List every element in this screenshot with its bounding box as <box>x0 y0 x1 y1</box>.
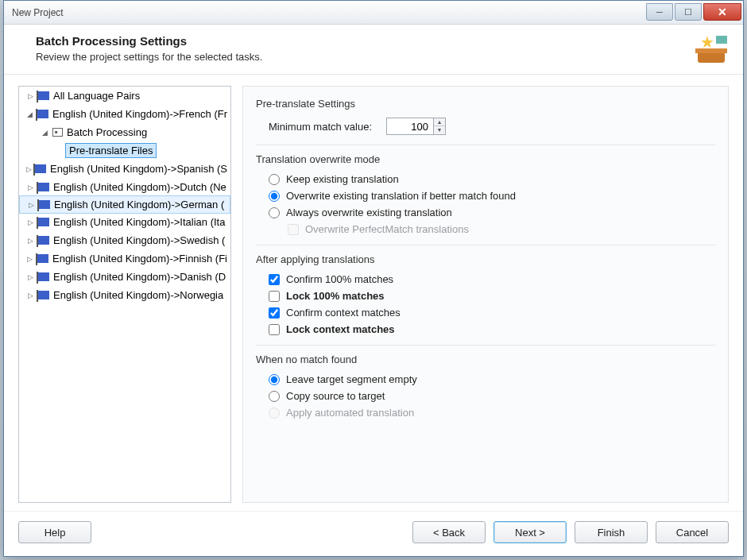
checkbox-confirm-100-label: Confirm 100% matches <box>286 273 393 285</box>
tree-item-label: English (United Kingdom)->French (Fr <box>52 108 227 120</box>
tree-item-label: Pre-translate Files <box>65 143 157 158</box>
tree-item[interactable]: ▷English (United Kingdom)->Swedish ( <box>19 231 230 249</box>
page-title: Batch Processing Settings <box>36 34 262 48</box>
tree-item-label: English (United Kingdom)->Swedish ( <box>53 234 225 246</box>
radio-leave-empty[interactable] <box>269 374 280 385</box>
folder-icon <box>52 128 63 137</box>
after-heading: After applying translations <box>256 253 715 265</box>
close-button[interactable]: ✕ <box>703 3 741 21</box>
radio-leave-empty-label: Leave target segment empty <box>286 373 417 385</box>
radio-automated-label: Apply automated translation <box>286 407 414 419</box>
wizard-header: Batch Processing Settings Review the pro… <box>4 25 743 75</box>
flag-icon <box>39 200 50 209</box>
tree-item[interactable]: ▷English (United Kingdom)->Norwegia <box>19 286 230 304</box>
tree-item-label: English (United Kingdom)->Dutch (Ne <box>53 181 226 193</box>
checkbox-lock-ctx-label: Lock context matches <box>286 323 395 335</box>
expander-closed-icon[interactable]: ▷ <box>25 291 35 300</box>
back-button[interactable]: < Back <box>412 521 486 543</box>
tree-item[interactable]: ◢English (United Kingdom)->French (Fr <box>19 105 230 123</box>
min-match-input[interactable] <box>387 121 433 133</box>
language-pair-tree[interactable]: ▷All Language Pairs◢English (United King… <box>18 86 231 503</box>
radio-always-overwrite[interactable] <box>269 207 280 218</box>
tree-item[interactable]: ▷English (United Kingdom)->Spanish (S <box>19 160 230 178</box>
flag-icon <box>38 236 49 245</box>
tree-item[interactable]: ▷English (United Kingdom)->Dutch (Ne <box>19 178 230 196</box>
tree-item-label: English (United Kingdom)->Norwegia <box>53 289 223 301</box>
wizard-footer: Help < Back Next > Finish Cancel <box>4 511 743 556</box>
checkbox-confirm-ctx[interactable] <box>269 307 280 319</box>
min-match-spinner[interactable]: ▲ ▼ <box>386 118 446 135</box>
maximize-button[interactable]: ☐ <box>675 3 702 21</box>
tree-item-label: English (United Kingdom)->Danish (D <box>53 271 226 283</box>
flag-icon <box>38 218 49 226</box>
radio-overwrite-better-label: Overwrite existing translation if better… <box>286 190 516 202</box>
radio-copy-source-label: Copy source to target <box>286 390 385 402</box>
finish-button[interactable]: Finish <box>575 521 648 543</box>
expander-closed-icon[interactable]: ▷ <box>25 272 35 282</box>
flag-icon <box>37 110 48 118</box>
checkbox-lock-100[interactable] <box>269 291 280 302</box>
expander-none <box>54 146 64 156</box>
tree-item-label: All Language Pairs <box>53 90 140 102</box>
flag-icon <box>38 183 49 191</box>
tree-item[interactable]: ◢Batch Processing <box>19 123 230 141</box>
settings-panel: Pre-translate Settings Minimum match val… <box>242 86 729 503</box>
flag-icon <box>37 254 48 263</box>
radio-automated <box>269 407 280 419</box>
tree-item-label: English (United Kingdom)->Finnish (Fi <box>52 253 227 265</box>
expander-closed-icon[interactable]: ▷ <box>25 254 34 264</box>
expander-closed-icon[interactable]: ▷ <box>25 164 32 174</box>
radio-overwrite-better[interactable] <box>269 191 280 202</box>
wizard-dialog: New Project ─ ☐ ✕ Batch Processing Setti… <box>3 0 744 557</box>
tree-item[interactable]: ▷English (United Kingdom)->Italian (Ita <box>19 213 230 231</box>
tree-item[interactable]: ▷All Language Pairs <box>19 87 230 105</box>
checkbox-lock-ctx[interactable] <box>269 324 280 335</box>
spinner-down-icon[interactable]: ▼ <box>434 126 445 134</box>
flag-icon <box>38 291 49 299</box>
checkbox-perfectmatch <box>288 224 299 235</box>
expander-closed-icon[interactable]: ▷ <box>25 218 35 227</box>
tree-item[interactable]: ▷English (United Kingdom)->Danish (D <box>19 268 230 286</box>
radio-keep-existing-label: Keep existing translation <box>286 173 399 185</box>
tree-item-label: Batch Processing <box>67 126 147 138</box>
expander-closed-icon[interactable]: ▷ <box>25 183 35 192</box>
expander-open-icon[interactable]: ◢ <box>25 110 34 119</box>
flag-icon <box>38 272 49 281</box>
pretranslate-heading: Pre-translate Settings <box>256 98 715 110</box>
tree-item[interactable]: ▷English (United Kingdom)->Finnish (Fi <box>19 249 230 268</box>
checkbox-lock-100-label: Lock 100% matches <box>286 290 385 302</box>
next-button[interactable]: Next > <box>493 521 567 543</box>
radio-always-overwrite-label: Always overwrite existing translation <box>286 207 452 218</box>
tree-item-label: English (United Kingdom)->Italian (Ita <box>53 216 225 228</box>
tree-item-label: English (United Kingdom)->German ( <box>54 199 224 210</box>
radio-copy-source[interactable] <box>269 391 280 402</box>
expander-open-icon[interactable]: ◢ <box>40 128 49 137</box>
checkbox-confirm-100[interactable] <box>269 274 280 285</box>
flag-icon <box>35 164 46 173</box>
tree-item[interactable]: ▷English (United Kingdom)->German ( <box>19 195 230 214</box>
overwrite-heading: Translation overwrite mode <box>256 153 715 165</box>
divider <box>256 245 715 245</box>
expander-closed-icon[interactable]: ▷ <box>25 236 35 245</box>
batch-icon: ★ <box>695 34 727 66</box>
titlebar: New Project ─ ☐ ✕ <box>4 1 743 25</box>
expander-closed-icon[interactable]: ▷ <box>26 200 36 210</box>
window-title: New Project <box>12 7 64 18</box>
page-subtitle: Review the project settings for the sele… <box>36 51 262 63</box>
tree-item-label: English (United Kingdom)->Spanish (S <box>50 163 227 175</box>
spinner-up-icon[interactable]: ▲ <box>434 118 445 126</box>
flag-icon <box>38 91 49 100</box>
minimize-button[interactable]: ─ <box>646 3 673 21</box>
expander-closed-icon[interactable]: ▷ <box>25 91 35 101</box>
checkbox-perfectmatch-label: Overwrite PerfectMatch translations <box>305 223 469 235</box>
checkbox-confirm-ctx-label: Confirm context matches <box>286 307 401 319</box>
min-match-label: Minimum match value: <box>269 121 372 133</box>
nomatch-heading: When no match found <box>256 353 715 365</box>
divider <box>256 345 715 346</box>
cancel-button[interactable]: Cancel <box>656 521 729 543</box>
divider <box>256 145 715 145</box>
radio-keep-existing[interactable] <box>269 174 280 185</box>
help-button[interactable]: Help <box>18 521 91 543</box>
tree-item[interactable]: Pre-translate Files <box>19 141 230 160</box>
